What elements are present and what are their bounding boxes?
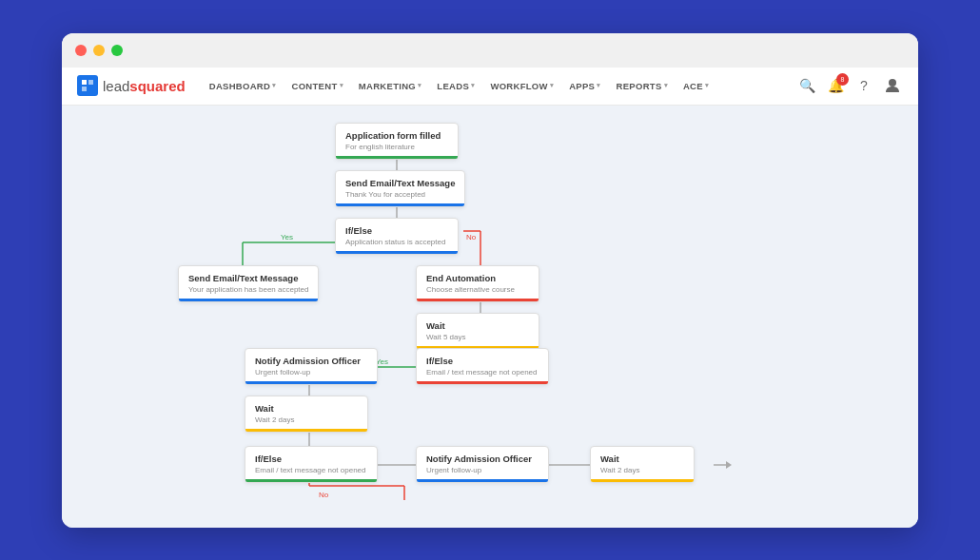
node-11-bar [417, 479, 548, 482]
help-button[interactable]: ? [853, 75, 874, 96]
node-ifelse-2[interactable]: If/Else Email / text message not opened [416, 348, 549, 385]
node-9-subtitle: Wait 2 days [255, 415, 358, 424]
node-5-title: End Automation [426, 273, 529, 283]
svg-point-3 [889, 79, 896, 87]
node-5-subtitle: Choose alternative course [426, 285, 529, 294]
node-send-email-1[interactable]: Send Email/Text Message Thank You for ac… [335, 170, 465, 207]
navbar: leadsquared DASHBOARD ▾ CONTENT ▾ MARKET… [62, 68, 918, 106]
minimize-dot[interactable] [93, 45, 105, 56]
chevron-down-icon: ▾ [272, 82, 276, 89]
nav-marketing[interactable]: MARKETING ▾ [352, 77, 429, 95]
node-10-bar [245, 479, 377, 482]
svg-marker-35 [726, 461, 732, 469]
svg-text:No: No [466, 233, 477, 241]
node-1-title: Application form filled [345, 130, 448, 141]
node-6-subtitle: Wait 5 days [426, 333, 529, 341]
notification-button[interactable]: 🔔 8 [825, 75, 846, 96]
node-2-title: Send Email/Text Message [345, 178, 455, 188]
chevron-down-icon: ▾ [597, 82, 600, 89]
browser-window: leadsquared DASHBOARD ▾ CONTENT ▾ MARKET… [62, 33, 918, 528]
node-wait-3[interactable]: Wait Wait 2 days [590, 446, 695, 483]
node-wait-2[interactable]: Wait Wait 2 days [245, 396, 368, 433]
node-7-bar [245, 381, 377, 384]
node-12-bar [591, 479, 694, 482]
node-3-bar [336, 251, 458, 254]
search-button[interactable]: 🔍 [796, 75, 817, 96]
titlebar [62, 33, 918, 68]
node-4-bar [179, 299, 318, 301]
chevron-down-icon: ▾ [471, 82, 475, 89]
notification-badge: 8 [836, 73, 849, 86]
node-9-title: Wait [255, 403, 358, 414]
node-12-title: Wait [600, 454, 684, 464]
node-11-subtitle: Urgent follow-up [426, 466, 539, 474]
svg-rect-1 [88, 80, 93, 85]
node-9-bar [245, 429, 367, 432]
node-10-subtitle: Email / text message not opened [255, 466, 367, 474]
node-1-subtitle: For english literature [345, 143, 448, 151]
nav-dashboard[interactable]: DASHBOARD ▾ [203, 77, 284, 95]
node-3-title: If/Else [345, 225, 448, 236]
svg-rect-2 [82, 87, 87, 91]
node-3-subtitle: Application status is accepted [345, 238, 448, 246]
nav-ace[interactable]: ACE ▾ [676, 77, 715, 95]
chevron-down-icon: ▾ [418, 82, 421, 89]
node-8-bar [417, 381, 548, 384]
svg-rect-0 [82, 80, 87, 85]
logo-lead: lead [103, 78, 129, 94]
node-12-subtitle: Wait 2 days [600, 466, 684, 474]
user-button[interactable] [882, 75, 903, 96]
node-4-subtitle: Your application has been accepted [188, 285, 308, 294]
node-8-title: If/Else [426, 356, 539, 366]
nav-reports[interactable]: REPORTS ▾ [610, 77, 675, 95]
nav-items: DASHBOARD ▾ CONTENT ▾ MARKETING ▾ LEADS … [203, 77, 796, 95]
flow-canvas[interactable]: Yes No Yes [62, 106, 918, 528]
node-ifelse-1[interactable]: If/Else Application status is accepted [335, 218, 459, 255]
node-application-form[interactable]: Application form filled For english lite… [335, 123, 459, 160]
nav-right: 🔍 🔔 8 ? [796, 75, 903, 96]
node-notify-2[interactable]: Notify Admission Officer Urgent follow-u… [416, 446, 549, 483]
chevron-down-icon: ▾ [664, 82, 668, 89]
chevron-down-icon: ▾ [705, 82, 709, 89]
svg-text:Yes: Yes [281, 233, 293, 241]
chevron-down-icon: ▾ [340, 82, 343, 89]
chevron-down-icon: ▾ [550, 82, 554, 89]
logo[interactable]: leadsquared [77, 75, 186, 96]
logo-icon [77, 75, 98, 96]
node-7-subtitle: Urgent follow-up [255, 368, 367, 377]
nav-workflow[interactable]: WORKFLOW ▾ [483, 77, 560, 95]
close-dot[interactable] [75, 45, 87, 56]
svg-text:No: No [319, 491, 329, 499]
node-4-title: Send Email/Text Message [188, 273, 308, 283]
nav-apps[interactable]: APPS ▾ [562, 77, 607, 95]
main-content: Yes No Yes [62, 106, 918, 528]
node-7-title: Notify Admission Officer [255, 356, 367, 366]
node-11-title: Notify Admission Officer [426, 454, 539, 464]
node-2-bar [336, 203, 464, 206]
node-10-title: If/Else [255, 454, 367, 464]
nav-leads[interactable]: LEADS ▾ [430, 77, 481, 95]
node-8-subtitle: Email / text message not opened [426, 368, 539, 377]
node-notify-1[interactable]: Notify Admission Officer Urgent follow-u… [245, 348, 378, 385]
node-end-automation[interactable]: End Automation Choose alternative course [416, 265, 539, 302]
node-2-subtitle: Thank You for accepted [345, 190, 455, 199]
node-1-bar [336, 156, 458, 159]
node-send-email-2[interactable]: Send Email/Text Message Your application… [178, 265, 319, 302]
logo-squared: squared [129, 78, 185, 94]
node-5-bar [417, 299, 539, 301]
nav-content[interactable]: CONTENT ▾ [284, 77, 349, 95]
maximize-dot[interactable] [111, 45, 123, 56]
node-ifelse-3[interactable]: If/Else Email / text message not opened [245, 446, 378, 483]
node-wait-1[interactable]: Wait Wait 5 days [416, 313, 539, 350]
node-6-title: Wait [426, 320, 529, 331]
